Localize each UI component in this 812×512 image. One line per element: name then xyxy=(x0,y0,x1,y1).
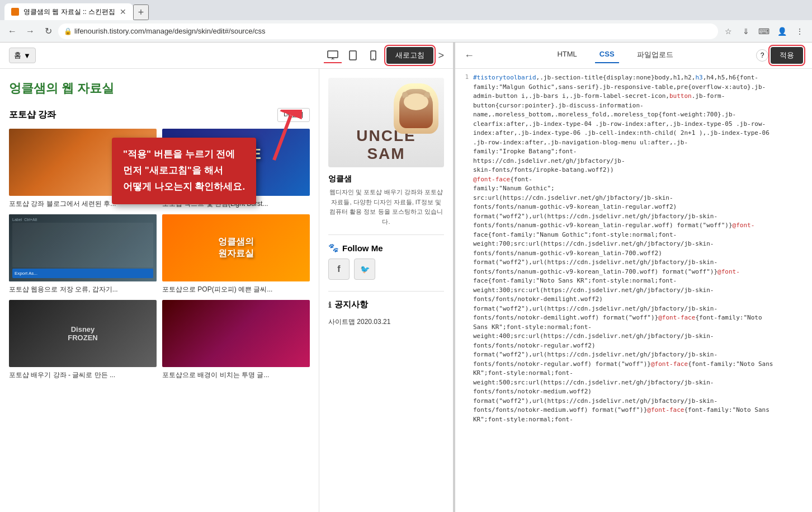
divider-2 xyxy=(328,291,444,292)
editor-back-button[interactable]: ← xyxy=(464,50,474,62)
apply-button[interactable]: 적용 xyxy=(771,47,803,64)
expand-panel-button[interactable]: > xyxy=(438,50,444,62)
code-line: fonts/fonts/nanum-gothic-v9-korean_latin… xyxy=(455,267,812,277)
photo-caption-4: 포토샵으로 POP(피오피) 예쁜 글씨... xyxy=(162,285,310,294)
code-line: button{cursor:pointer}.jb-discuss-inform… xyxy=(455,101,812,111)
code-line: fonts/fonts/nanum-gothic-v9-korean_latin… xyxy=(455,203,812,212)
code-line: format("woff2"),url(https://cdn.jsdelivr… xyxy=(455,397,812,406)
help-button[interactable]: ? xyxy=(756,49,768,62)
notice-title: ℹ 공지사항 xyxy=(328,299,444,310)
active-tab[interactable]: 영클샘의 웹 자료실 :: 스킨편집 ✕ xyxy=(4,3,133,20)
code-line: fonts/fonts/notokr-demilight.woff) forma… xyxy=(455,313,812,323)
tab-title: 영클샘의 웹 자료실 :: 스킨편집 xyxy=(23,7,115,17)
divider xyxy=(328,234,444,235)
photo-item[interactable]: 포토샵 강좌 블로그에서 세련된 후... xyxy=(9,129,157,209)
refresh-button[interactable]: 새로고침 xyxy=(386,47,433,64)
desktop-view-button[interactable] xyxy=(324,48,342,63)
code-line: weight:400;src:url(https://cdn.jsdelivr.… xyxy=(455,332,812,341)
notice-item: 사이트맵 2020.03.21 xyxy=(328,316,444,328)
code-line: face{font-family:"Nanum Gothic";font-sty… xyxy=(455,231,812,240)
code-line: src:url(https://cdn.jsdelivr.net/gh/jbfa… xyxy=(455,194,812,203)
code-line: index:after,.jb-index-type-06 .jb-cell-i… xyxy=(455,129,812,138)
code-line: fonts/fonts/notokr-medium.woff) format("… xyxy=(455,406,812,415)
twitter-button[interactable]: 🐦 xyxy=(354,259,375,280)
device-buttons xyxy=(324,48,382,63)
code-line: format("woff2"),url(https://cdn.jsdelivr… xyxy=(455,212,812,222)
follow-title-text: Follow Me xyxy=(342,243,383,253)
forward-button[interactable]: → xyxy=(22,24,38,39)
tablet-view-button[interactable] xyxy=(344,48,362,63)
photo-thumb-5: DisneyFROZEN xyxy=(9,300,157,367)
page-dropdown-label: 홈 xyxy=(14,50,21,60)
uncle-sam-text: UNCLE SAM xyxy=(211,146,261,178)
tab-bar: 영클샘의 웹 자료실 :: 스킨편집 ✕ + xyxy=(0,0,812,20)
mobile-view-button[interactable] xyxy=(364,48,382,63)
code-line: weight:700;src:url(https://cdn.jsdelivr.… xyxy=(455,239,812,249)
code-line: Sans KR";font-style:normal;font- xyxy=(455,323,812,332)
code-line: family:"Malgun Gothic",sans-serif}.jb-re… xyxy=(455,83,812,92)
code-line: skin-fonts/fonts/iropke-batang.woff2)) xyxy=(455,166,812,175)
profile-button[interactable]: 👤 xyxy=(774,24,790,39)
site-main: 엉클샘의 웹 자료실 포토샵 강좌 더보기 포토샵 강좌 블로그에서 세련된 후… xyxy=(0,69,319,512)
facebook-button[interactable]: f xyxy=(328,259,350,280)
photo-item[interactable]: UNCLE SAM 포토샵 텍스트 빛 번짐(Light Burst... xyxy=(162,129,310,209)
tab-favicon xyxy=(11,8,19,16)
photo-thumb-2: UNCLE SAM xyxy=(162,129,310,196)
code-line: fonts/fonts/notokr-demilight.woff2) xyxy=(455,295,812,304)
nav-bar: ← → ↻ 🔒 lifenourish.tistory.com/manage/d… xyxy=(0,20,812,43)
tab-html[interactable]: HTML xyxy=(553,48,581,63)
profile-name: 엉클샘 xyxy=(328,174,444,184)
page-dropdown[interactable]: 홈 ▼ xyxy=(9,48,36,63)
back-button[interactable]: ← xyxy=(4,24,20,39)
preview-panel: 홈 ▼ 새로고침 > xyxy=(0,43,453,512)
url-text: lifenourish.tistory.com/manage/design/sk… xyxy=(74,27,266,35)
extension-button[interactable]: ⌨ xyxy=(756,24,772,39)
code-line: format("woff2"),url(https://cdn.jsdelivr… xyxy=(455,304,812,314)
photo-caption-5: 포토샵 배우기 강좌 - 글씨로 만든 ... xyxy=(9,370,157,380)
cat-image xyxy=(394,83,438,134)
code-line: KR";font-style:normal;font- xyxy=(455,369,812,378)
nav-actions: ☆ ⇓ ⌨ 👤 ⋮ xyxy=(720,24,808,39)
tab-file-upload[interactable]: 파일업로드 xyxy=(632,48,678,63)
code-line: format("woff2"),url(https://cdn.jsdelivr… xyxy=(455,258,812,267)
code-line: family:"Iropke Batang";font- xyxy=(455,147,812,157)
pop-text: 엉클샘의원자료실 xyxy=(218,236,254,260)
svg-rect-3 xyxy=(350,51,356,60)
photo-caption-3: 포토샵 웹용으로 저장 오류, 갑자기... xyxy=(9,285,157,294)
notice-section: ℹ 공지사항 사이트맵 2020.03.21 xyxy=(328,299,444,328)
more-button[interactable]: 더보기 xyxy=(277,108,310,122)
photo-item[interactable]: LabelCtrl+Alt Export As... 포토샵 웹용으로 저장 오… xyxy=(9,214,157,294)
photo-thumb-4: 엉클샘의원자료실 xyxy=(162,214,310,281)
photo-item[interactable]: DisneyFROZEN 포토샵 배우기 강좌 - 글씨로 만든 ... xyxy=(9,300,157,380)
code-line: 1 #tistorytoolbarid,.jb-section-title{di… xyxy=(455,73,812,83)
address-bar[interactable]: 🔒 lifenourish.tistory.com/manage/design/… xyxy=(58,24,718,39)
facebook-icon: f xyxy=(337,264,340,274)
code-line: weight:500;src:url(https://cdn.jsdelivr.… xyxy=(455,378,812,388)
uncle-sam-image: UNCLESAM xyxy=(328,78,444,167)
sidebar-profile-image: UNCLESAM xyxy=(328,78,444,167)
photo-item[interactable]: 엉클샘의원자료실 포토샵으로 POP(피오피) 예쁜 글씨... xyxy=(162,214,310,294)
monitor-icon xyxy=(327,50,338,59)
code-line: fonts/fonts/notokr-regular.woff) format(… xyxy=(455,360,812,369)
code-line: name,.moreless_bottom,.moreless_fold,.mo… xyxy=(455,110,812,120)
tablet-icon xyxy=(349,50,357,60)
menu-button[interactable]: ⋮ xyxy=(792,24,808,39)
code-editor[interactable]: 1 #tistorytoolbarid,.jb-section-title{di… xyxy=(455,69,812,512)
code-line: clearfix:after,.jb-index-type-04 .jb-row… xyxy=(455,120,812,129)
mobile-icon xyxy=(370,50,376,60)
site-sidebar: UNCLESAM 엉클샘 웹디자인 및 포토샵 배우기 강좌와 포토샵 자료들,… xyxy=(319,69,453,512)
dropdown-arrow: ▼ xyxy=(23,51,31,60)
photo-caption-1: 포토샵 강좌 블로그에서 세련된 후... xyxy=(9,199,157,209)
code-line: https://cdn.jsdelivr.net/gh/jbfactory/jb… xyxy=(455,157,812,166)
download-button[interactable]: ⇓ xyxy=(738,24,754,39)
code-line: .jb-row-index:after,.jb-navigation-blog-… xyxy=(455,138,812,148)
tab-close-button[interactable]: ✕ xyxy=(120,7,126,16)
photo-grid: 포토샵 강좌 블로그에서 세련된 후... UNCLE SAM 포토샵 텍스트 … xyxy=(9,129,310,379)
social-buttons: f 🐦 xyxy=(328,259,444,280)
new-tab-button[interactable]: + xyxy=(133,4,149,20)
photo-item[interactable]: 포토샵으로 배경이 비치는 투명 글... xyxy=(162,300,310,380)
reload-button[interactable]: ↻ xyxy=(40,24,56,39)
bookmark-button[interactable]: ☆ xyxy=(720,24,736,39)
tab-css[interactable]: CSS xyxy=(595,48,619,63)
follow-section: 🐾 Follow Me f 🐦 xyxy=(328,243,444,280)
